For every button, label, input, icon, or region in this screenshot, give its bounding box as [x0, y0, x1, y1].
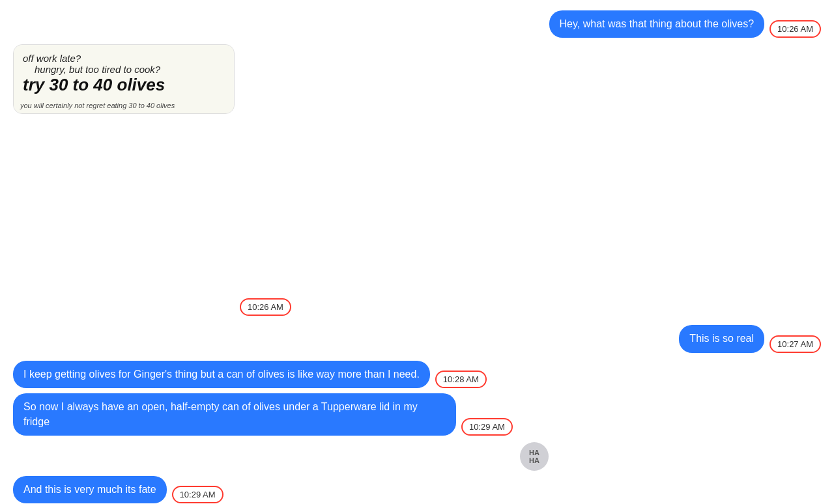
reaction-bubble: HA HA: [520, 442, 549, 471]
message-row: And this is very much its fate 10:29 AM: [13, 476, 821, 503]
chat-container: Hey, what was that thing about the olive…: [0, 0, 834, 504]
olive-line1: off work late?: [23, 53, 225, 64]
message-timestamp: 10:28 AM: [435, 371, 487, 388]
image-timestamp: 10:26 AM: [240, 298, 291, 316]
olive-text-top: off work late? hungry, but too tired to …: [14, 45, 234, 98]
message-bubble: So now I always have an open, half-empty…: [13, 393, 456, 436]
image-bubble: off work late? hungry, but too tired to …: [13, 44, 235, 114]
message-bubble: I keep getting olives for Ginger's thing…: [13, 361, 430, 388]
message-bubble: And this is very much its fate: [13, 476, 167, 503]
message-row: Hey, what was that thing about the olive…: [13, 10, 821, 38]
message-row: I keep getting olives for Ginger's thing…: [13, 361, 821, 388]
message-row: This is so real 10:27 AM: [13, 325, 821, 352]
reaction-text: HA HA: [529, 449, 539, 464]
message-bubble: Hey, what was that thing about the olive…: [549, 10, 765, 38]
olive-line2: hungry, but too tired to cook?: [23, 64, 225, 75]
message-bubble: This is so real: [679, 325, 764, 352]
message-timestamp: 10:29 AM: [172, 486, 223, 503]
message-timestamp: 10:27 AM: [769, 335, 821, 353]
olive-footer-text: you will certainly not regret eating 30 …: [14, 98, 234, 113]
message-timestamp: 10:26 AM: [769, 20, 821, 38]
message-row-image: off work late? hungry, but too tired to …: [13, 44, 821, 316]
olive-line3: try 30 to 40 olives: [23, 75, 225, 95]
message-row: So now I always have an open, half-empty…: [13, 393, 821, 436]
message-timestamp: 10:29 AM: [461, 418, 513, 436]
reaction-row: HA HA: [13, 442, 821, 471]
